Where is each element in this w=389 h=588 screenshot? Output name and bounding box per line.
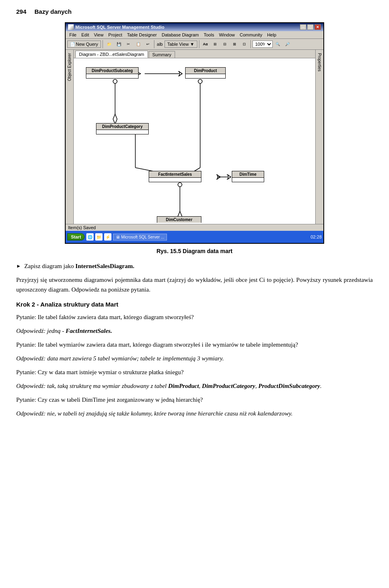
taskbar-ssms[interactable]: 🖥 Microsoft SQL Server ... xyxy=(113,234,167,241)
toolbar-btn-grid3[interactable]: ⊠ xyxy=(230,40,239,49)
toolbar-btn-grid2[interactable]: ⊟ xyxy=(220,40,229,49)
table-factinternetsales[interactable]: FactInternetSales xyxy=(149,171,201,182)
qa2-answer: Odpowiedź: data mart zawiera 5 tabel wym… xyxy=(16,354,373,363)
toolbar-table-view-label: alb xyxy=(157,42,163,47)
qa3-answer: Odpowiedź: tak, taką strukturę ma wymiar… xyxy=(16,381,373,391)
toolbar-btn-z1[interactable]: 🔍 xyxy=(274,40,282,49)
figure-text: Diagram data mart xyxy=(183,248,233,254)
diagram-lines xyxy=(74,58,315,223)
toolbar-btn-3[interactable]: ✂ xyxy=(124,40,133,49)
para1-text: Przyjrzyj się utworzonemu diagramowi poj… xyxy=(16,277,373,293)
qa-block-3: Pytanie: Czy w data mart istnieje wymiar… xyxy=(16,367,373,391)
object-explorer-tab[interactable]: Object Explorer xyxy=(66,50,73,84)
svg-point-7 xyxy=(113,79,117,83)
menu-help[interactable]: Help xyxy=(265,32,278,38)
zoom-dropdown[interactable]: 100% 75% 50% xyxy=(252,40,273,48)
tab-summary[interactable]: Summary xyxy=(149,51,175,58)
toolbar-separator-2 xyxy=(154,40,154,48)
menu-file[interactable]: File xyxy=(67,32,79,38)
menu-view[interactable]: View xyxy=(92,32,106,38)
qa2-question: Pytanie: Ile tabel wymiarów zawiera data… xyxy=(16,340,373,349)
svg-line-17 xyxy=(216,177,220,179)
menu-community[interactable]: Community xyxy=(238,32,265,38)
screenshot-wrapper: Microsoft SQL Server Management Studio ─… xyxy=(16,22,373,244)
diagram-area: Diagram - ZBD...etSalesDiagram Summary xyxy=(74,50,315,224)
table-title-dimproduct: DimProduct xyxy=(186,68,225,74)
toolbar-separator-1 xyxy=(103,40,103,48)
qa-block-1: Pytanie: Ile tabel faktów zawiera data m… xyxy=(16,312,373,336)
toolbar-btn-2[interactable]: 💾 xyxy=(114,40,123,49)
toolbar-btn-4[interactable]: 📋 xyxy=(134,40,143,49)
minimize-button[interactable]: ─ xyxy=(300,24,306,30)
status-text: Item(s) Saved xyxy=(68,225,96,230)
table-dimproduct[interactable]: DimProduct xyxy=(185,67,226,79)
qa1-question: Pytanie: Ile tabel faktów zawiera data m… xyxy=(16,312,373,322)
bullet-arrow-1: ► xyxy=(16,262,21,270)
toolbar-separator-3 xyxy=(199,40,199,48)
right-sidebar: Properties xyxy=(315,50,323,224)
menu-table-designer[interactable]: Table Designer xyxy=(125,32,159,38)
svg-line-2 xyxy=(178,71,182,74)
table-title-dimcustomer: DimCustomer xyxy=(157,217,201,223)
taskbar-quick3[interactable]: ⚡ xyxy=(104,233,111,241)
toolbar-btn-grid4[interactable]: ⊡ xyxy=(240,40,249,49)
window-title: Microsoft SQL Server Management Studio xyxy=(75,25,165,30)
table-dimproductsubcateg[interactable]: DimProductSubcateg xyxy=(86,67,139,79)
menu-edit[interactable]: Edit xyxy=(79,32,91,38)
taskbar-quick2[interactable]: 📁 xyxy=(95,233,103,241)
titlebar-buttons: ─ □ ✕ xyxy=(300,24,321,30)
step-heading: Krok 2 - Analiza struktury data Mart xyxy=(16,300,373,309)
svg-line-20 xyxy=(227,177,231,179)
status-bar: Item(s) Saved xyxy=(66,224,323,231)
qa3-question: Pytanie: Czy w data mart istnieje wymiar… xyxy=(16,367,373,377)
maximize-button[interactable]: □ xyxy=(307,24,314,30)
svg-point-14 xyxy=(198,79,202,83)
window-titlebar: Microsoft SQL Server Management Studio ─… xyxy=(66,23,323,31)
menu-tools[interactable]: Tools xyxy=(202,32,216,38)
svg-point-23 xyxy=(178,183,182,187)
table-title-dimproductcategory: DimProductCategory xyxy=(96,124,148,130)
svg-line-16 xyxy=(216,175,220,177)
new-query-button[interactable]: 📄 New Query xyxy=(67,40,101,48)
toolbar1: 📄 New Query 📁 💾 ✂ 📋 ↩ alb Table View ▼ A… xyxy=(66,39,323,50)
figure-prefix: Rys. 15. xyxy=(156,248,178,254)
toolbar-btn-grid1[interactable]: ⊞ xyxy=(211,40,220,49)
qa-block-4: Pytanie: Czy czas w tabeli DimTime jest … xyxy=(16,395,373,418)
table-dimtime[interactable]: DimTime xyxy=(232,171,264,182)
ssms-window: Microsoft SQL Server Management Studio ─… xyxy=(65,22,324,244)
main-area: Object Explorer Diagram - ZBD...etSalesD… xyxy=(66,50,323,224)
menu-window[interactable]: Window xyxy=(217,32,237,38)
qa-block-2: Pytanie: Ile tabel wymiarów zawiera data… xyxy=(16,340,373,363)
diagram-canvas: DimProductSubcateg DimProduct DimProduct… xyxy=(74,58,315,223)
table-dimproductcategory[interactable]: DimProductCategory xyxy=(96,123,149,134)
table-dimcustomer[interactable]: DimCustomer xyxy=(157,216,201,223)
qa1-answer: Odpowiedź: jedną - FactInternetSales. xyxy=(16,326,373,336)
toolbar-btn-1[interactable]: 📁 xyxy=(105,40,113,49)
start-button[interactable]: Start xyxy=(67,233,85,241)
toolbar-btn-5[interactable]: ↩ xyxy=(143,40,152,49)
toolbar-btn-aa[interactable]: Aα xyxy=(201,40,210,49)
bullet-item-1: ► Zapisz diagram jako InternetSalesDiagr… xyxy=(16,262,373,271)
table-title-dimtime: DimTime xyxy=(232,171,264,178)
windows-taskbar: Start 🌐 📁 ⚡ 🖥 Microsoft SQL Server ... 0… xyxy=(66,231,323,243)
taskbar-clock: 02:28 xyxy=(310,234,322,239)
content-section: ► Zapisz diagram jako InternetSalesDiagr… xyxy=(16,262,373,418)
toolbar-btn-z2[interactable]: 🔎 xyxy=(283,40,292,49)
taskbar-ssms-label: Microsoft SQL Server ... xyxy=(121,235,164,239)
table-view-button[interactable]: Table View ▼ xyxy=(165,40,197,48)
paragraph-1: Przyjrzyj się utworzonemu diagramowi poj… xyxy=(16,275,373,294)
svg-line-3 xyxy=(178,74,182,76)
properties-tab[interactable]: Properties xyxy=(316,50,323,75)
svg-marker-6 xyxy=(113,114,117,124)
bullet-text-1: Zapisz diagram jako InternetSalesDiagram… xyxy=(24,262,135,271)
taskbar-quick1[interactable]: 🌐 xyxy=(86,233,94,241)
menu-database-diagram[interactable]: Database Diagram xyxy=(160,32,201,38)
left-sidebar: Object Explorer xyxy=(66,50,74,224)
svg-line-19 xyxy=(227,175,231,177)
qa4-question: Pytanie: Czy czas w tabeli DimTime jest … xyxy=(16,395,373,405)
close-button[interactable]: ✕ xyxy=(314,24,321,30)
tab-diagram[interactable]: Diagram - ZBD...etSalesDiagram xyxy=(75,51,148,58)
figure-number: 5 xyxy=(178,248,181,254)
menu-project[interactable]: Project xyxy=(106,32,124,38)
menu-bar: File Edit View Project Table Designer Da… xyxy=(66,31,323,39)
